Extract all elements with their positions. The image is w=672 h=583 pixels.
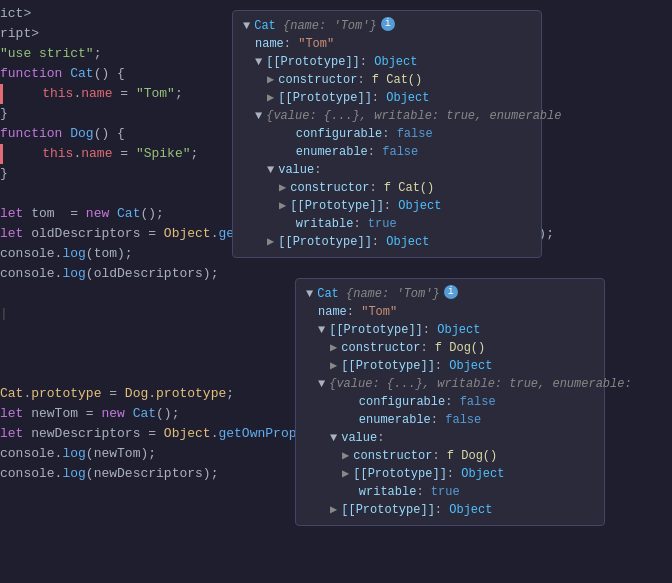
popup-row: writable : true bbox=[306, 483, 594, 501]
popup-row: ▼ [[Prototype]] : Object bbox=[306, 321, 594, 339]
debug-popup-1: ▼ Cat {name: 'Tom'} i name : "Tom" ▼ [[P… bbox=[232, 10, 542, 258]
expand-icon[interactable]: ▶ bbox=[279, 197, 286, 215]
popup-title-row: ▼ Cat {name: 'Tom'} i bbox=[306, 285, 594, 303]
expand-icon[interactable]: ▶ bbox=[279, 179, 286, 197]
expand-icon[interactable]: ▶ bbox=[342, 465, 349, 483]
info-icon[interactable]: i bbox=[444, 285, 458, 299]
popup-row: ▼ value : bbox=[243, 161, 531, 179]
expand-icon[interactable]: ▶ bbox=[342, 447, 349, 465]
expand-icon[interactable]: ▼ bbox=[267, 161, 274, 179]
expand-icon[interactable]: ▶ bbox=[267, 89, 274, 107]
popup-row: configurable : false bbox=[306, 393, 594, 411]
info-icon[interactable]: i bbox=[381, 17, 395, 31]
collapse-icon[interactable]: ▼ bbox=[243, 17, 250, 35]
popup-row: enumerable : false bbox=[243, 143, 531, 161]
popup-row: ▶ [[Prototype]] : Object bbox=[306, 465, 594, 483]
popup-row: name : "Tom" bbox=[243, 35, 531, 53]
expand-icon[interactable]: ▼ bbox=[255, 107, 262, 125]
debug-popup-2: ▼ Cat {name: 'Tom'} i name : "Tom" ▼ [[P… bbox=[295, 278, 605, 526]
popup-row: ▼ value : bbox=[306, 429, 594, 447]
expand-icon[interactable]: ▶ bbox=[267, 71, 274, 89]
popup-row: ▼ {value: {...}, writable: true, enumera… bbox=[243, 107, 531, 125]
popup-row: ▶ constructor : f Dog() bbox=[306, 339, 594, 357]
expand-icon[interactable]: ▼ bbox=[318, 321, 325, 339]
expand-icon[interactable]: ▼ bbox=[318, 375, 325, 393]
popup-row: writable : true bbox=[243, 215, 531, 233]
collapse-icon[interactable]: ▼ bbox=[306, 285, 313, 303]
popup-row: ▶ [[Prototype]] : Object bbox=[243, 233, 531, 251]
popup-row: enumerable : false bbox=[306, 411, 594, 429]
expand-icon[interactable]: ▶ bbox=[330, 357, 337, 375]
expand-icon[interactable]: ▶ bbox=[330, 339, 337, 357]
popup-row: ▶ [[Prototype]] : Object bbox=[243, 197, 531, 215]
popup-title-row: ▼ Cat {name: 'Tom'} i bbox=[243, 17, 531, 35]
popup-object-name: Cat bbox=[254, 17, 283, 35]
popup-row: ▶ constructor : f Cat() bbox=[243, 71, 531, 89]
expand-icon[interactable]: ▼ bbox=[330, 429, 337, 447]
expand-icon[interactable]: ▶ bbox=[330, 501, 337, 519]
popup-row: ▶ [[Prototype]] : Object bbox=[306, 357, 594, 375]
expand-icon[interactable]: ▼ bbox=[255, 53, 262, 71]
popup-object-name: Cat bbox=[317, 285, 346, 303]
expand-icon[interactable]: ▶ bbox=[267, 233, 274, 251]
popup-row: ▶ [[Prototype]] : Object bbox=[243, 89, 531, 107]
popup-object-detail: {name: 'Tom'} bbox=[283, 17, 377, 35]
popup-row: ▼ {value: {...}, writable: true, enumera… bbox=[306, 375, 594, 393]
popup-row: ▶ [[Prototype]] : Object bbox=[306, 501, 594, 519]
popup-object-detail: {name: 'Tom'} bbox=[346, 285, 440, 303]
popup-row: ▶ constructor : f Cat() bbox=[243, 179, 531, 197]
popup-row: name : "Tom" bbox=[306, 303, 594, 321]
popup-row: ▶ constructor : f Dog() bbox=[306, 447, 594, 465]
popup-row: configurable : false bbox=[243, 125, 531, 143]
popup-row: ▼ [[Prototype]] : Object bbox=[243, 53, 531, 71]
